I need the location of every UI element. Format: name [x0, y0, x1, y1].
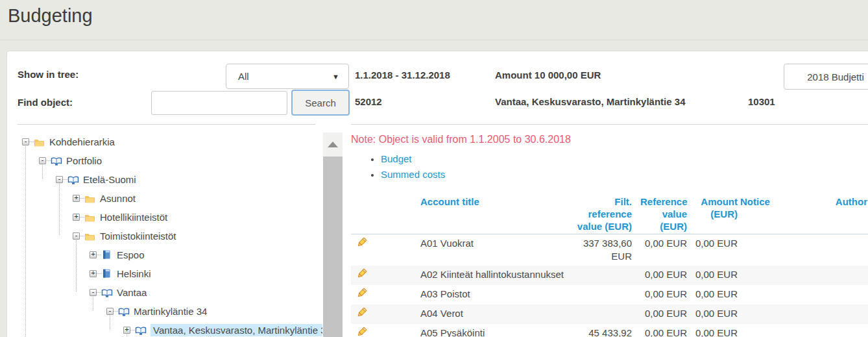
expand-toggle[interactable]: - [56, 176, 63, 183]
account-cell: A01 Vuokrat [419, 234, 568, 266]
scroll-up-button[interactable] [323, 132, 343, 156]
folder-icon [84, 194, 96, 203]
expand-toggle[interactable]: - [22, 138, 29, 145]
budget-selector-value: 2018 Budjetti [807, 71, 864, 82]
table-row: A04 Verot 0,00 EUR 0,00 EUR [351, 305, 868, 324]
tree-scrollbar[interactable] [323, 132, 343, 337]
expand-toggle[interactable]: + [73, 195, 80, 202]
tree-filter-value: All [238, 71, 249, 82]
find-object-label: Find object: [18, 97, 73, 108]
ref-cell: 0,00 EUR [633, 234, 688, 266]
right-section-divider [351, 124, 868, 125]
filt-ref-cell [568, 305, 633, 324]
amount-cell: 0,00 EUR [688, 285, 739, 305]
tree-item-label[interactable]: Helsinki [117, 268, 151, 279]
ref-cell: 0,00 EUR [633, 285, 688, 305]
quick-links: Budget Summed costs [368, 153, 445, 184]
edit-icon[interactable] [356, 290, 367, 301]
tree-filter-select[interactable]: All ▼ [226, 64, 349, 89]
scrollbar-thumb[interactable] [323, 156, 343, 337]
summed-costs-link[interactable]: Summed costs [381, 169, 445, 180]
tree-item-label[interactable]: Espoo [117, 249, 145, 260]
expand-toggle[interactable]: + [123, 327, 130, 334]
expand-toggle[interactable]: + [90, 270, 97, 277]
filt-ref-cell: 45 433,92 EUR [568, 324, 633, 337]
ref-cell: 0,00 EUR [633, 324, 688, 337]
tree-item-etela-suomi[interactable]: - Etelä-Suomi [18, 170, 322, 189]
reference-header: Reference value (EUR) [633, 194, 688, 234]
budget-link[interactable]: Budget [381, 153, 412, 164]
tree-item-vantaa[interactable]: - Vantaa [18, 283, 322, 302]
open-book-icon [51, 156, 62, 166]
tree-item-toimistokiinteistot[interactable]: - Toimistokiinteistöt [18, 227, 322, 245]
tree-item-martinkylantie-34[interactable]: - Martinkyläntie 34 [18, 302, 322, 321]
open-book-icon [135, 326, 147, 335]
tree-item-label[interactable]: Vantaa, Keskusvarasto, Martinkyläntie 34 [151, 324, 322, 336]
tree-item-kohdehierarkia[interactable]: - Kohdehierarkia [18, 132, 322, 151]
filt-ref-cell [568, 285, 633, 305]
expand-toggle[interactable]: - [73, 232, 80, 240]
tree-item-label[interactable]: Asunnot [100, 193, 136, 204]
author-cell [791, 266, 868, 285]
find-object-input[interactable] [151, 91, 287, 115]
table-header-row: Account title Filt. reference value (EUR… [351, 194, 868, 234]
amount-cell: 0,00 EUR [688, 324, 739, 337]
closed-book-icon [101, 269, 113, 279]
edit-cell [351, 324, 419, 337]
author-cell [791, 234, 868, 266]
list-item: Summed costs [381, 169, 445, 180]
folder-icon [34, 138, 45, 147]
tree-item-label[interactable]: Hotellikiinteistöt [100, 212, 167, 223]
table-row: A03 Poistot 0,00 EUR 0,00 EUR [351, 285, 868, 305]
left-section-divider [18, 124, 315, 125]
tree-item-espoo[interactable]: + Espoo [18, 245, 322, 264]
expand-toggle[interactable]: - [39, 157, 46, 164]
account-cell: A03 Poistot [419, 285, 568, 305]
expand-toggle[interactable]: + [90, 251, 97, 258]
account-cell: A05 Pysäköinti [419, 324, 568, 337]
tree-item-portfolio[interactable]: - Portfolio [18, 151, 322, 170]
edit-cell [351, 285, 419, 305]
object-number: 52012 [355, 96, 382, 107]
expand-toggle[interactable]: + [73, 214, 80, 221]
tree-item-label[interactable]: Etelä-Suomi [83, 174, 136, 185]
budget-selector[interactable]: 2018 Budjetti [784, 64, 868, 90]
amount-cell: 0,00 EUR [688, 234, 739, 266]
account-title-header: Account title [419, 194, 568, 234]
tree-item-label[interactable]: Vantaa [117, 287, 147, 298]
expand-toggle[interactable]: - [90, 289, 97, 296]
edit-icon[interactable] [356, 329, 367, 337]
tree-item-label[interactable]: Portfolio [66, 155, 102, 166]
tree-item-asunnot[interactable]: + Asunnot [18, 189, 322, 208]
object-name: Vantaa, Keskusvarasto, Martinkyläntie 34 [495, 96, 685, 107]
accounts-table: Account title Filt. reference value (EUR… [351, 194, 868, 337]
table-row: A05 Pysäköinti 45 433,92 EUR 0,00 EUR 0,… [351, 324, 868, 337]
edit-icon[interactable] [356, 309, 367, 320]
edit-cell [351, 305, 419, 324]
tree-item-label[interactable]: Toimistokiinteistöt [100, 231, 176, 242]
folder-icon [84, 232, 96, 241]
cost-center-number: 10301 [748, 96, 775, 107]
filt-ref-cell: 337 383,60 EUR [568, 234, 633, 266]
reference-header-text: Reference value (EUR) [640, 195, 687, 232]
author-cell [791, 324, 868, 337]
tree-item-label[interactable]: Kohdehierarkia [49, 136, 115, 147]
tree-item-hotellikiinteistot[interactable]: + Hotellikiinteistöt [18, 208, 322, 227]
search-button[interactable]: Search [291, 90, 350, 116]
folder-icon [84, 213, 96, 222]
notice-header: Notice [739, 194, 791, 234]
amount-cell: 0,00 EUR [688, 266, 739, 285]
edit-icon[interactable] [356, 239, 367, 250]
notice-cell [739, 305, 791, 324]
chevron-down-icon: ▼ [332, 73, 339, 81]
tree-item-helsinki[interactable]: + Helsinki [18, 264, 322, 283]
account-cell: A02 Kiinteät hallintokustannukset [419, 266, 568, 285]
validity-note: Note: Object is valid from 1.1.2005 to 3… [351, 134, 571, 145]
notice-cell [739, 324, 791, 337]
filt-reference-header: Filt. reference value (EUR) [568, 194, 633, 234]
tree-item-vantaa-keskusvarasto[interactable]: + Vantaa, Keskusvarasto, Martinkyläntie … [18, 321, 322, 337]
edit-icon[interactable] [356, 270, 367, 281]
closed-book-icon [101, 250, 113, 260]
expand-toggle[interactable]: - [106, 308, 114, 315]
tree-item-label[interactable]: Martinkyläntie 34 [134, 306, 207, 317]
